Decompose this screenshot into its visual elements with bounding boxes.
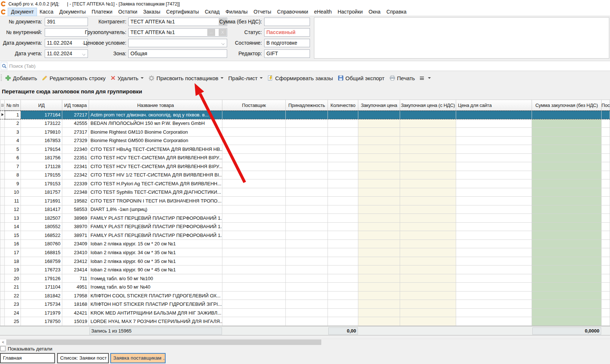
cell-tid[interactable]: 711 <box>62 274 89 283</box>
cell-id[interactable]: 179810 <box>21 128 62 137</box>
cell-price_vat[interactable] <box>400 317 456 326</box>
cell-num[interactable]: 3 <box>5 128 21 137</box>
cell-name[interactable]: Ioban 2 плівка хірург. 34 см * 35 см №1 <box>89 248 222 257</box>
cell-extra[interactable] <box>602 214 610 223</box>
cell-name[interactable]: КЛІФТОН HOT STICKER ПЛАСТИР ГІДРОГЕЛЕВИЙ… <box>89 300 222 309</box>
column-header-num[interactable]: № п/п <box>5 100 21 111</box>
menu-item-12[interactable]: eHealth <box>311 8 334 16</box>
cell-belong[interactable] <box>286 179 328 188</box>
cell-id[interactable]: 178750 <box>21 317 62 326</box>
cell-qty[interactable] <box>328 128 358 137</box>
cell-qty[interactable] <box>328 197 358 205</box>
cell-supplier[interactable] <box>222 197 286 205</box>
cell-supplier[interactable] <box>222 128 286 137</box>
cell-tid[interactable]: 23409 <box>62 240 89 249</box>
cell-belong[interactable] <box>286 137 328 145</box>
cell-tid[interactable]: 22339 <box>62 179 89 188</box>
cell-id[interactable]: 171979 <box>21 309 62 317</box>
cell-sum[interactable] <box>532 257 602 266</box>
cell-supplier[interactable] <box>222 205 286 214</box>
cell-price[interactable] <box>358 188 400 197</box>
cell-sum[interactable] <box>532 240 602 249</box>
cell-site_price[interactable] <box>456 291 532 300</box>
table-row[interactable]: 618175622351CITO TEST HCV ТЕСТ-СИСТЕМА Д… <box>0 154 610 163</box>
cell-site_price[interactable] <box>456 205 532 214</box>
cell-site_price[interactable] <box>456 119 532 128</box>
cell-name[interactable]: DIART 1,8% -1мл (шприц) <box>89 205 222 214</box>
cell-qty[interactable] <box>328 223 358 231</box>
table-row[interactable]: 917915322339CITO TEST H.Pylori Ag ТЕСТ-С… <box>0 179 610 188</box>
cell-site_price[interactable] <box>456 162 532 171</box>
cell-extra[interactable] <box>602 283 610 291</box>
table-row[interactable]: 1917672323414Ioban 2 плівка хірург. 90 с… <box>0 265 610 274</box>
cell-sum[interactable] <box>532 128 602 137</box>
cell-supplier[interactable] <box>222 154 286 163</box>
cell-supplier[interactable] <box>222 119 286 128</box>
cell-site_price[interactable] <box>456 257 532 266</box>
cell-extra[interactable] <box>602 137 610 145</box>
cell-name[interactable]: Ітомед табл. в/о 50 мг №100 <box>89 274 222 283</box>
column-header-price[interactable]: Закупочная цена <box>358 100 400 111</box>
cell-name[interactable]: LORDE HYAL MAX 7 РОЗЧИН СТЕРИЛЬНИЙ ДЛЯ І… <box>89 317 222 326</box>
cell-qty[interactable] <box>328 231 358 240</box>
cell-name[interactable]: CITO TEST HIV 1/2 ТЕСТ-СИСТЕМА ДЛЯ ВИЯВЛ… <box>89 171 222 180</box>
cell-supplier[interactable] <box>222 309 286 317</box>
cell-name[interactable]: FAMILY PLAST ПЕРЦЕВИЙ ПЛАСТИР ПЕРФОРОВАН… <box>89 214 222 223</box>
cell-extra[interactable] <box>602 162 610 171</box>
cell-name[interactable]: CITO TEST HBsAg ТЕСТ-СИСТЕМА ДЛЯ ВИЯВЛЕН… <box>89 145 222 154</box>
cell-price_vat[interactable] <box>400 265 456 274</box>
cell-extra[interactable] <box>602 205 610 214</box>
column-header-name[interactable]: Название товара <box>89 100 222 111</box>
cell-sum[interactable] <box>532 300 602 309</box>
cell-id[interactable]: 179154 <box>21 145 62 154</box>
cell-num[interactable]: 23 <box>5 300 21 309</box>
cell-price_vat[interactable] <box>400 223 456 231</box>
sum-no-vat-input[interactable] <box>264 18 310 26</box>
cell-belong[interactable] <box>286 291 328 300</box>
table-row[interactable]: 117716427217Actim prom тест д/визнач. ок… <box>0 111 610 119</box>
cell-num[interactable]: 19 <box>5 265 21 274</box>
table-row[interactable]: 416785327329Bionime Rightest GM500 Bioni… <box>0 137 610 145</box>
menu-item-4[interactable]: Платежи <box>89 8 115 16</box>
cell-sum[interactable] <box>532 291 602 300</box>
cell-supplier[interactable] <box>222 240 286 249</box>
table-row[interactable]: 317981027317Bionime Rightest GM110 Bioni… <box>0 128 610 137</box>
cell-id[interactable]: 180552 <box>21 223 62 231</box>
cell-sum[interactable] <box>532 145 602 154</box>
cell-num[interactable]: 12 <box>5 205 21 214</box>
cell-name[interactable]: Bionime Rightest GM110 Bionime Corporati… <box>89 128 222 137</box>
cell-tid[interactable]: 27329 <box>62 137 89 145</box>
cell-site_price[interactable] <box>456 309 532 317</box>
cell-price[interactable] <box>358 257 400 266</box>
cell-price[interactable] <box>358 291 400 300</box>
cell-price_vat[interactable] <box>400 179 456 188</box>
cell-id[interactable]: 168759 <box>21 257 62 266</box>
cell-belong[interactable] <box>286 145 328 154</box>
cell-site_price[interactable] <box>456 188 532 197</box>
scrollbar-thumb[interactable] <box>6 339 321 345</box>
cell-site_price[interactable] <box>456 240 532 249</box>
cell-belong[interactable] <box>286 231 328 240</box>
cell-tid[interactable]: 23414 <box>62 265 89 274</box>
column-header-marker[interactable] <box>0 100 5 111</box>
cell-extra[interactable] <box>602 197 610 205</box>
cell-sum[interactable] <box>532 154 602 163</box>
cell-belong[interactable] <box>286 300 328 309</box>
cell-supplier[interactable] <box>222 231 286 240</box>
cell-site_price[interactable] <box>456 214 532 223</box>
cell-id[interactable]: 181417 <box>21 205 62 214</box>
cell-tid[interactable]: 27317 <box>62 128 89 137</box>
cell-qty[interactable] <box>328 300 358 309</box>
cell-sum[interactable] <box>532 274 602 283</box>
cell-name[interactable]: CITO TEST H.Pylori Ag ТЕСТ-СИСТЕМА ДЛЯ В… <box>89 179 222 188</box>
cell-site_price[interactable] <box>456 197 532 205</box>
cell-name[interactable]: Bionime Rightest GM500 Bionime Corporati… <box>89 137 222 145</box>
table-row[interactable]: 1318250738969FAMILY PLAST ПЕРЦЕВИЙ ПЛАСТ… <box>0 214 610 223</box>
cell-tid[interactable]: 22348 <box>62 188 89 197</box>
table-row[interactable]: 1018175722348CITO TEST Syphilis ТЕСТ-СИС… <box>0 188 610 197</box>
cell-price_vat[interactable] <box>400 128 456 137</box>
cell-name[interactable]: КЛІФТОН COOL STICKER ПЛАСТИР ГІДРОГЕЛЕВИ… <box>89 291 222 300</box>
cell-price_vat[interactable] <box>400 240 456 249</box>
cell-num[interactable]: 1 <box>5 111 21 119</box>
cell-name[interactable]: Ioban 2 плівка хірург. 15 см * 20 см №1 <box>89 240 222 249</box>
